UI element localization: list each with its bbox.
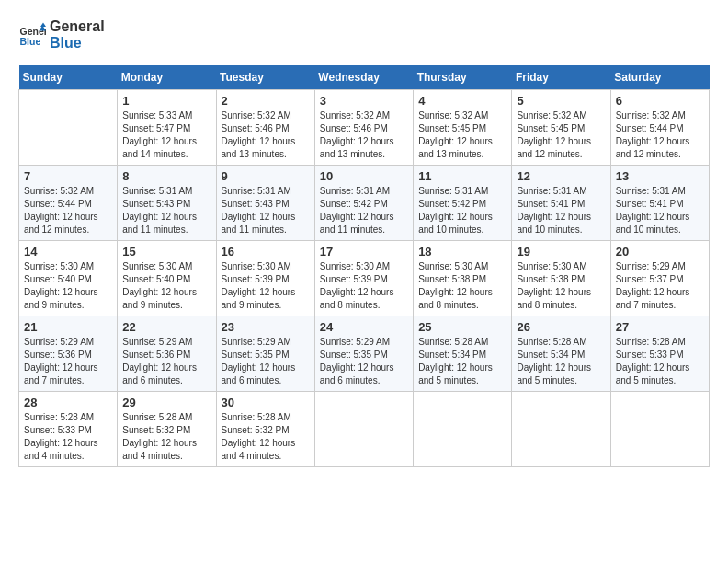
day-number: 2 bbox=[222, 94, 310, 108]
day-number: 18 bbox=[418, 245, 506, 259]
week-row-4: 21Sunrise: 5:29 AM Sunset: 5:36 PM Dayli… bbox=[19, 316, 710, 392]
page-header: General Blue General Blue bbox=[18, 18, 710, 51]
day-info: Sunrise: 5:30 AM Sunset: 5:39 PM Dayligh… bbox=[222, 260, 310, 312]
day-cell bbox=[512, 392, 610, 467]
day-info: Sunrise: 5:31 AM Sunset: 5:43 PM Dayligh… bbox=[122, 185, 210, 236]
day-info: Sunrise: 5:32 AM Sunset: 5:46 PM Dayligh… bbox=[222, 109, 310, 161]
header-cell-wednesday: Wednesday bbox=[314, 65, 413, 90]
day-cell: 21Sunrise: 5:29 AM Sunset: 5:36 PM Dayli… bbox=[19, 316, 118, 392]
day-info: Sunrise: 5:29 AM Sunset: 5:37 PM Dayligh… bbox=[616, 260, 704, 312]
day-cell bbox=[414, 392, 512, 467]
day-cell: 29Sunrise: 5:28 AM Sunset: 5:32 PM Dayli… bbox=[118, 392, 216, 467]
day-cell: 28Sunrise: 5:28 AM Sunset: 5:33 PM Dayli… bbox=[19, 392, 118, 467]
day-cell: 16Sunrise: 5:30 AM Sunset: 5:39 PM Dayli… bbox=[216, 241, 314, 316]
week-row-3: 14Sunrise: 5:30 AM Sunset: 5:40 PM Dayli… bbox=[19, 241, 710, 316]
day-info: Sunrise: 5:31 AM Sunset: 5:41 PM Dayligh… bbox=[517, 185, 605, 236]
day-info: Sunrise: 5:31 AM Sunset: 5:43 PM Dayligh… bbox=[222, 185, 310, 236]
day-cell: 2Sunrise: 5:32 AM Sunset: 5:46 PM Daylig… bbox=[216, 90, 314, 166]
day-cell: 30Sunrise: 5:28 AM Sunset: 5:32 PM Dayli… bbox=[216, 392, 314, 467]
day-number: 25 bbox=[418, 320, 506, 334]
day-cell: 23Sunrise: 5:29 AM Sunset: 5:35 PM Dayli… bbox=[216, 316, 314, 392]
day-number: 11 bbox=[418, 169, 506, 183]
header-cell-friday: Friday bbox=[512, 65, 610, 90]
day-number: 14 bbox=[24, 245, 112, 259]
day-info: Sunrise: 5:29 AM Sunset: 5:35 PM Dayligh… bbox=[222, 336, 310, 387]
calendar-header-row: SundayMondayTuesdayWednesdayThursdayFrid… bbox=[19, 65, 710, 90]
day-cell: 9Sunrise: 5:31 AM Sunset: 5:43 PM Daylig… bbox=[216, 166, 314, 241]
day-number: 16 bbox=[222, 245, 310, 259]
day-info: Sunrise: 5:30 AM Sunset: 5:38 PM Dayligh… bbox=[418, 260, 506, 312]
day-number: 10 bbox=[320, 169, 408, 183]
day-cell: 10Sunrise: 5:31 AM Sunset: 5:42 PM Dayli… bbox=[314, 166, 413, 241]
day-number: 23 bbox=[222, 320, 310, 334]
day-info: Sunrise: 5:32 AM Sunset: 5:45 PM Dayligh… bbox=[517, 109, 605, 161]
day-number: 28 bbox=[24, 396, 112, 409]
day-cell: 4Sunrise: 5:32 AM Sunset: 5:45 PM Daylig… bbox=[414, 90, 512, 166]
day-cell: 5Sunrise: 5:32 AM Sunset: 5:45 PM Daylig… bbox=[512, 90, 610, 166]
day-cell: 20Sunrise: 5:29 AM Sunset: 5:37 PM Dayli… bbox=[610, 241, 709, 316]
day-number: 19 bbox=[517, 245, 605, 259]
day-info: Sunrise: 5:32 AM Sunset: 5:44 PM Dayligh… bbox=[24, 185, 112, 236]
day-cell: 19Sunrise: 5:30 AM Sunset: 5:38 PM Dayli… bbox=[512, 241, 610, 316]
day-cell: 13Sunrise: 5:31 AM Sunset: 5:41 PM Dayli… bbox=[610, 166, 709, 241]
day-cell: 26Sunrise: 5:28 AM Sunset: 5:34 PM Dayli… bbox=[512, 316, 610, 392]
day-info: Sunrise: 5:28 AM Sunset: 5:34 PM Dayligh… bbox=[418, 336, 506, 387]
day-number: 15 bbox=[122, 245, 210, 259]
day-number: 4 bbox=[418, 94, 506, 108]
day-info: Sunrise: 5:30 AM Sunset: 5:39 PM Dayligh… bbox=[320, 260, 408, 312]
day-number: 5 bbox=[517, 94, 605, 108]
day-info: Sunrise: 5:32 AM Sunset: 5:44 PM Dayligh… bbox=[616, 109, 704, 161]
day-cell: 12Sunrise: 5:31 AM Sunset: 5:41 PM Dayli… bbox=[512, 166, 610, 241]
header-cell-monday: Monday bbox=[118, 65, 216, 90]
day-number: 29 bbox=[122, 396, 210, 409]
day-cell bbox=[19, 90, 118, 166]
day-info: Sunrise: 5:29 AM Sunset: 5:36 PM Dayligh… bbox=[24, 336, 112, 387]
day-number: 1 bbox=[122, 94, 210, 108]
calendar-table: SundayMondayTuesdayWednesdayThursdayFrid… bbox=[18, 65, 710, 467]
day-cell bbox=[610, 392, 709, 467]
day-info: Sunrise: 5:28 AM Sunset: 5:32 PM Dayligh… bbox=[122, 411, 210, 463]
logo-line2: Blue bbox=[50, 35, 105, 52]
day-cell: 3Sunrise: 5:32 AM Sunset: 5:46 PM Daylig… bbox=[314, 90, 413, 166]
day-info: Sunrise: 5:33 AM Sunset: 5:47 PM Dayligh… bbox=[122, 109, 210, 161]
day-number: 3 bbox=[320, 94, 408, 108]
week-row-2: 7Sunrise: 5:32 AM Sunset: 5:44 PM Daylig… bbox=[19, 166, 710, 241]
day-cell: 8Sunrise: 5:31 AM Sunset: 5:43 PM Daylig… bbox=[118, 166, 216, 241]
day-info: Sunrise: 5:28 AM Sunset: 5:33 PM Dayligh… bbox=[616, 336, 704, 387]
day-number: 30 bbox=[222, 396, 310, 409]
logo-line1: General bbox=[50, 18, 105, 35]
week-row-1: 1Sunrise: 5:33 AM Sunset: 5:47 PM Daylig… bbox=[19, 90, 710, 166]
day-cell: 6Sunrise: 5:32 AM Sunset: 5:44 PM Daylig… bbox=[610, 90, 709, 166]
svg-text:Blue: Blue bbox=[20, 35, 41, 46]
day-cell: 14Sunrise: 5:30 AM Sunset: 5:40 PM Dayli… bbox=[19, 241, 118, 316]
day-info: Sunrise: 5:30 AM Sunset: 5:40 PM Dayligh… bbox=[122, 260, 210, 312]
header-cell-sunday: Sunday bbox=[19, 65, 118, 90]
day-cell: 17Sunrise: 5:30 AM Sunset: 5:39 PM Dayli… bbox=[314, 241, 413, 316]
day-info: Sunrise: 5:28 AM Sunset: 5:33 PM Dayligh… bbox=[24, 411, 112, 463]
day-info: Sunrise: 5:28 AM Sunset: 5:32 PM Dayligh… bbox=[222, 411, 310, 463]
header-cell-thursday: Thursday bbox=[414, 65, 512, 90]
day-number: 12 bbox=[517, 169, 605, 183]
logo-icon: General Blue bbox=[18, 21, 46, 49]
day-number: 24 bbox=[320, 320, 408, 334]
day-cell: 18Sunrise: 5:30 AM Sunset: 5:38 PM Dayli… bbox=[414, 241, 512, 316]
day-info: Sunrise: 5:32 AM Sunset: 5:46 PM Dayligh… bbox=[320, 109, 408, 161]
day-info: Sunrise: 5:32 AM Sunset: 5:45 PM Dayligh… bbox=[418, 109, 506, 161]
svg-marker-2 bbox=[40, 22, 46, 27]
day-info: Sunrise: 5:31 AM Sunset: 5:42 PM Dayligh… bbox=[320, 185, 408, 236]
header-cell-saturday: Saturday bbox=[610, 65, 709, 90]
day-number: 6 bbox=[616, 94, 704, 108]
day-number: 13 bbox=[616, 169, 704, 183]
header-cell-tuesday: Tuesday bbox=[216, 65, 314, 90]
day-cell: 25Sunrise: 5:28 AM Sunset: 5:34 PM Dayli… bbox=[414, 316, 512, 392]
day-number: 9 bbox=[222, 169, 310, 183]
day-cell bbox=[314, 392, 413, 467]
week-row-5: 28Sunrise: 5:28 AM Sunset: 5:33 PM Dayli… bbox=[19, 392, 710, 467]
day-info: Sunrise: 5:31 AM Sunset: 5:41 PM Dayligh… bbox=[616, 185, 704, 236]
day-number: 21 bbox=[24, 320, 112, 334]
day-number: 26 bbox=[517, 320, 605, 334]
day-number: 17 bbox=[320, 245, 408, 259]
day-cell: 22Sunrise: 5:29 AM Sunset: 5:36 PM Dayli… bbox=[118, 316, 216, 392]
day-info: Sunrise: 5:29 AM Sunset: 5:35 PM Dayligh… bbox=[320, 336, 408, 387]
day-cell: 15Sunrise: 5:30 AM Sunset: 5:40 PM Dayli… bbox=[118, 241, 216, 316]
